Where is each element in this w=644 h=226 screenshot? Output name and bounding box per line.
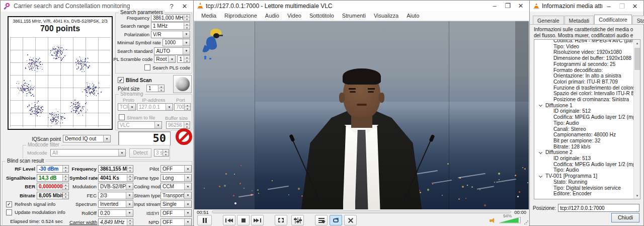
stop-button[interactable]: [237, 215, 250, 225]
buffer-size-spinner[interactable]: 96256 ▲▼: [166, 121, 190, 129]
menu-item-aiuto[interactable]: Aiuto: [403, 12, 423, 20]
tree-item[interactable]: Stato: Running: [534, 179, 633, 185]
tree-item[interactable]: Orientazione: In alto a sinistra: [534, 73, 633, 79]
tree-item[interactable]: Risoluzione video: 1920x1080: [534, 49, 633, 55]
position-input[interactable]: [558, 204, 639, 212]
globe-button[interactable]: [173, 75, 192, 93]
menu-item-sottotitolo[interactable]: Sottotitolo: [306, 12, 338, 20]
dropdown-arrow-icon[interactable]: ▼: [126, 183, 133, 190]
minimize-button[interactable]: –: [488, 1, 501, 11]
pl-scramble-select[interactable]: Root▼: [154, 55, 176, 63]
tree-item[interactable]: TV-001 [Programma 1]: [534, 173, 633, 179]
refresh-signal-checkbox[interactable]: ✓: [6, 201, 12, 207]
volume-icon[interactable]: [490, 217, 497, 223]
dropdown-arrow-icon[interactable]: ▼: [168, 56, 175, 62]
pause-button[interactable]: [197, 215, 212, 225]
tree-item[interactable]: Dimensione del buffer: 1920x1088: [534, 55, 633, 61]
search-standard-select[interactable]: AUTO▼: [154, 47, 190, 55]
spin-up-icon[interactable]: ▲: [184, 56, 190, 59]
rolloff-select[interactable]: 0.20▼: [98, 209, 133, 217]
dropdown-arrow-icon[interactable]: ▼: [184, 201, 191, 207]
spin-up-icon[interactable]: ▲: [63, 183, 68, 187]
video-area[interactable]: [194, 21, 529, 209]
tab-codificatore[interactable]: Codificatore: [594, 15, 632, 24]
tab-generale[interactable]: Generale: [533, 16, 564, 24]
spectrum-select[interactable]: Inverted▼: [98, 200, 133, 208]
titlebar[interactable]: Informazioni media attuale – ❐ ✕: [530, 1, 643, 12]
detect-button[interactable]: Detect: [129, 148, 151, 158]
fullscreen-button[interactable]: [275, 215, 287, 225]
spin-up-icon[interactable]: ▲: [184, 15, 190, 18]
stream-to-file-checkbox[interactable]: [119, 114, 125, 120]
resize-grip[interactable]: [524, 220, 528, 224]
spin-up-icon[interactable]: ▲: [63, 192, 68, 196]
frequency-spinner[interactable]: 3861,155 MHz▲▼: [98, 165, 133, 173]
tree-item[interactable]: ID originale: 512: [534, 108, 633, 114]
spin-down-icon[interactable]: ▼: [63, 169, 68, 172]
spin-down-icon[interactable]: ▼: [184, 59, 190, 62]
minimal-symbol-rate-select[interactable]: 1000▼: [163, 39, 190, 46]
tree-item[interactable]: Tipo: Video: [534, 44, 633, 50]
spin-down-icon[interactable]: ▼: [127, 222, 133, 225]
tree-item[interactable]: Diffusione 2: [534, 149, 633, 156]
spin-down-icon[interactable]: ▼: [158, 89, 164, 92]
spin-up-icon[interactable]: ▲: [163, 149, 169, 153]
tree-item[interactable]: Tipo: Digital television service: [534, 185, 633, 191]
port-spinner[interactable]: 7000 ▲▼: [174, 103, 191, 111]
dropdown-arrow-icon[interactable]: ▼: [183, 48, 190, 54]
tree-item[interactable]: Funzione di trasferimento del colore: IT…: [534, 85, 633, 91]
tree-item[interactable]: Colori primari: ITU-R BT.709: [534, 79, 633, 85]
pilot-select[interactable]: OFF▼: [160, 165, 192, 173]
dropdown-arrow-icon[interactable]: ▼: [166, 104, 173, 110]
shuffle-button[interactable]: [344, 215, 357, 225]
polarization-select[interactable]: V/R▼: [151, 31, 190, 38]
dropdown-arrow-icon[interactable]: ▼: [126, 210, 133, 216]
dropdown-arrow-icon[interactable]: ▼: [126, 201, 133, 207]
tree-item[interactable]: ID originale: 513: [534, 156, 633, 162]
update-modulation-checkbox[interactable]: [6, 209, 12, 215]
dropdown-arrow-icon[interactable]: ▼: [126, 192, 133, 199]
frame-type-select[interactable]: Long▼: [160, 174, 192, 182]
dropdown-arrow-icon[interactable]: ▼: [184, 166, 191, 172]
dropdown-arrow-icon[interactable]: ▼: [183, 31, 190, 38]
spin-down-icon[interactable]: ▼: [163, 153, 169, 156]
input-stream-select[interactable]: Single▼: [160, 200, 192, 208]
spin-down-icon[interactable]: ▼: [184, 18, 190, 21]
playlist-button[interactable]: [315, 215, 328, 225]
ip-select[interactable]: 127.0.0.1▼: [137, 103, 173, 111]
menu-item-audio[interactable]: Audio: [262, 12, 283, 20]
spin-up-icon[interactable]: ▲: [63, 175, 68, 178]
player-select[interactable]: VLC▼: [118, 121, 162, 129]
close-button[interactable]: ✕: [628, 1, 641, 11]
tree-item[interactable]: Codifica: MPEG Audio layer 1/2 (mpga): [534, 162, 633, 168]
volume-slider[interactable]: [499, 217, 521, 223]
menu-item-video[interactable]: Video: [284, 12, 305, 20]
tree-item[interactable]: Tipo: Audio: [534, 120, 633, 126]
blind-scan-checkbox[interactable]: ✓: [118, 77, 124, 83]
spin-down-icon[interactable]: ▼: [63, 178, 68, 181]
loop-button[interactable]: [330, 215, 342, 225]
modcode-select[interactable]: All▼: [50, 149, 126, 157]
spin-down-icon[interactable]: ▼: [127, 169, 133, 172]
scrollbar[interactable]: ▲ ▼: [633, 40, 640, 199]
scroll-down-icon[interactable]: ▼: [634, 192, 640, 199]
spin-up-icon[interactable]: ▲: [127, 166, 133, 169]
carrier-width-spinner[interactable]: 4,849 MHz▲▼: [98, 218, 133, 226]
bitrate-spinner[interactable]: 8,005 Mbit/s▲▼: [37, 192, 69, 199]
dropdown-arrow-icon[interactable]: ▼: [184, 210, 191, 216]
tree-collapse-icon[interactable]: [539, 150, 542, 154]
close-dialog-button[interactable]: Chiudi: [611, 213, 639, 222]
spin-up-icon[interactable]: ▲: [185, 104, 190, 107]
tree-collapse-icon[interactable]: [539, 103, 542, 107]
tree-collapse-icon[interactable]: [539, 174, 542, 177]
spin-down-icon[interactable]: ▼: [63, 196, 68, 199]
dropdown-arrow-icon[interactable]: ▼: [183, 39, 190, 46]
next-button[interactable]: [251, 215, 264, 225]
tree-item[interactable]: Fotogrammi al secondo: 25: [534, 61, 633, 67]
spin-up-icon[interactable]: ▲: [127, 175, 133, 178]
tree-item[interactable]: Codifica: H264 - MPEG-4 AVC (part 10) (.…: [534, 39, 633, 44]
help-button[interactable]: ?: [165, 1, 178, 11]
menu-item-visualizza[interactable]: Visualizza: [370, 12, 402, 20]
search-range-spinner[interactable]: 1 MHz▲▼: [151, 22, 190, 30]
tree-item[interactable]: Formato decodificato:: [534, 67, 633, 73]
